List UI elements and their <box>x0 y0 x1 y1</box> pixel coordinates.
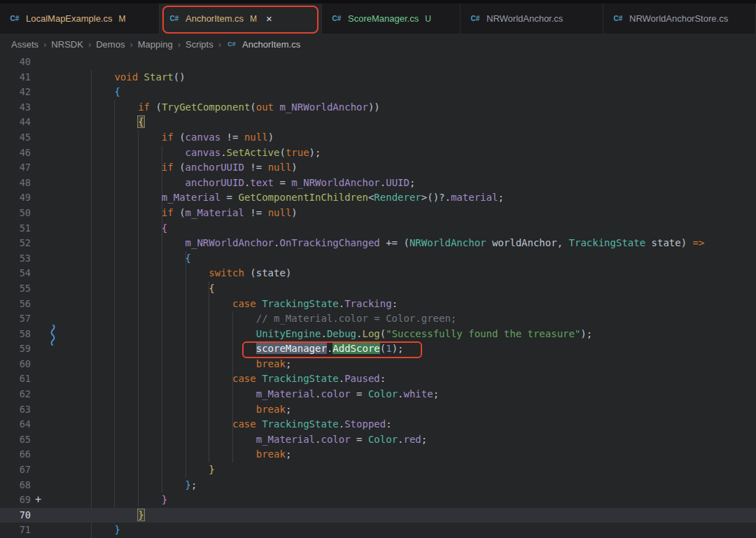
tab-scoremanager-cs[interactable]: C#ScoreManager.csU <box>322 3 461 34</box>
code-text[interactable]: } <box>67 493 167 508</box>
code-text[interactable]: scoreManager.AddScore(1); <box>67 341 403 357</box>
code-line[interactable]: 60 break; <box>0 357 756 372</box>
line-number[interactable]: 57 <box>0 311 31 327</box>
line-number[interactable]: 53 <box>0 251 31 267</box>
line-number[interactable]: 69 <box>0 493 31 508</box>
code-line[interactable]: 47 if (anchorUUID != null) <box>0 160 756 176</box>
code-line[interactable]: 51 { <box>0 221 756 236</box>
close-icon[interactable]: × <box>266 13 272 24</box>
line-number[interactable]: 43 <box>0 100 31 115</box>
code-text[interactable]: if (m_Material != null) <box>67 206 298 221</box>
line-number[interactable]: 70 <box>0 508 31 523</box>
code-text[interactable]: break; <box>67 357 291 372</box>
code-line[interactable]: 54 switch (state) <box>0 266 756 281</box>
code-line[interactable]: 63 break; <box>0 402 756 418</box>
code-line[interactable]: 49 m_Material = GetComponentInChildren<R… <box>0 190 756 206</box>
code-line[interactable]: 42 { <box>0 85 756 100</box>
code-line[interactable]: 62 m_Material.color = Color.white; <box>0 387 756 402</box>
line-number[interactable]: 67 <box>0 462 31 478</box>
breadcrumb-file[interactable]: AnchorItem.cs <box>242 39 300 50</box>
code-text[interactable]: void Start() <box>67 70 186 85</box>
line-number[interactable]: 51 <box>0 221 31 236</box>
line-number[interactable]: 41 <box>0 70 31 85</box>
code-line[interactable]: 46 canvas.SetActive(true); <box>0 146 756 161</box>
line-number[interactable]: 63 <box>0 402 31 418</box>
code-text[interactable]: case TrackingState.Paused: <box>67 371 386 387</box>
line-number[interactable]: 49 <box>0 190 31 206</box>
code-line[interactable]: 43 if (TryGetComponent(out m_NRWorldAnch… <box>0 100 756 115</box>
code-line[interactable]: 58 UnityEngine.Debug.Log("Successfully f… <box>0 327 756 342</box>
code-line[interactable]: 50 if (m_Material != null) <box>0 206 756 221</box>
tab-anchoritem-cs[interactable]: C#AnchorItem.csM× <box>160 3 322 34</box>
code-text[interactable]: // m_Material.color = Color.green; <box>67 311 456 327</box>
code-text[interactable]: } <box>67 462 215 478</box>
breadcrumb-item-demos[interactable]: Demos <box>96 39 125 50</box>
code-text[interactable]: { <box>67 115 144 130</box>
gutter-plus-icon[interactable]: + <box>35 493 41 508</box>
code-line[interactable]: 52 m_NRWorldAnchor.OnTrackingChanged += … <box>0 236 756 251</box>
code-text[interactable]: UnityEngine.Debug.Log("Successfully foun… <box>67 327 592 342</box>
line-number[interactable]: 40 <box>0 55 31 70</box>
line-number[interactable]: 59 <box>0 341 31 357</box>
breadcrumb-item-nrsdk[interactable]: NRSDK <box>51 39 83 50</box>
line-number[interactable]: 44 <box>0 115 31 130</box>
code-line[interactable]: 44 { <box>0 115 756 130</box>
line-number[interactable]: 66 <box>0 447 31 462</box>
code-text[interactable]: { <box>67 85 120 100</box>
code-text[interactable]: m_NRWorldAnchor.OnTrackingChanged += (NR… <box>67 236 704 251</box>
line-number[interactable]: 47 <box>0 160 31 176</box>
line-number[interactable]: 62 <box>0 387 31 402</box>
line-number[interactable]: 46 <box>0 146 31 161</box>
code-line[interactable]: 64 case TrackingState.Stopped: <box>0 417 756 432</box>
code-text[interactable]: if (TryGetComponent(out m_NRWorldAnchor)… <box>67 100 380 115</box>
code-text[interactable]: } <box>67 523 120 538</box>
code-text[interactable]: m_Material.color = Color.red; <box>67 432 427 448</box>
line-number[interactable]: 71 <box>0 523 31 538</box>
code-line[interactable]: 69+ } <box>0 493 756 508</box>
line-number[interactable]: 56 <box>0 297 31 312</box>
line-number[interactable]: 60 <box>0 357 31 372</box>
line-number[interactable]: 58 <box>0 327 31 342</box>
code-line[interactable]: 45 if (canvas != null) <box>0 130 756 146</box>
code-line[interactable]: 56 case TrackingState.Tracking: <box>0 297 756 312</box>
line-number[interactable]: 64 <box>0 417 31 432</box>
code-text[interactable]: m_Material = GetComponentInChildren<Rend… <box>67 190 504 206</box>
code-line[interactable]: 40 <box>0 55 756 70</box>
line-number[interactable]: 68 <box>0 478 31 493</box>
code-text[interactable]: switch (state) <box>67 266 291 281</box>
code-line[interactable]: 41 void Start() <box>0 70 756 85</box>
code-line[interactable]: 48 anchorUUID.text = m_NRWorldAnchor.UUI… <box>0 176 756 191</box>
code-text[interactable]: canvas.SetActive(true); <box>67 146 321 161</box>
code-line[interactable]: 55 { <box>0 281 756 297</box>
code-line[interactable]: 57 // m_Material.color = Color.green; <box>0 311 756 327</box>
line-number[interactable]: 48 <box>0 176 31 191</box>
line-number[interactable]: 42 <box>0 85 31 100</box>
breadcrumb-item-mapping[interactable]: Mapping <box>138 39 173 50</box>
code-text[interactable]: case TrackingState.Stopped: <box>67 417 392 432</box>
code-line[interactable]: 66 break; <box>0 447 756 462</box>
breadcrumb-item-assets[interactable]: Assets <box>11 39 38 50</box>
code-text[interactable]: break; <box>67 447 291 462</box>
code-line[interactable]: 53 { <box>0 251 756 267</box>
line-number[interactable]: 52 <box>0 236 31 251</box>
line-number[interactable]: 54 <box>0 266 31 281</box>
tab-localmapexample-cs[interactable]: C#LocalMapExample.csM <box>0 3 160 34</box>
code-text[interactable]: if (canvas != null) <box>67 130 274 146</box>
code-text[interactable]: if (anchorUUID != null) <box>67 160 298 176</box>
code-line[interactable]: 68 }; <box>0 478 756 493</box>
code-editor[interactable]: 4041 void Start()42 {43 if (TryGetCompon… <box>0 55 756 538</box>
line-number[interactable]: 55 <box>0 281 31 297</box>
code-text[interactable]: }; <box>67 478 197 493</box>
code-text[interactable]: m_Material.color = Color.white; <box>67 387 439 402</box>
line-number[interactable]: 65 <box>0 432 31 448</box>
tab-nrworldanchor-cs[interactable]: C#NRWorldAnchor.cs <box>461 3 603 34</box>
code-text[interactable]: { <box>67 221 167 236</box>
code-text[interactable]: case TrackingState.Tracking: <box>67 297 398 312</box>
tab-nrworldanchorstore-cs[interactable]: C#NRWorldAnchorStore.cs <box>603 3 756 34</box>
breadcrumb-item-scripts[interactable]: Scripts <box>186 39 214 50</box>
line-number[interactable]: 45 <box>0 130 31 146</box>
code-line[interactable]: 70 } <box>0 508 756 523</box>
code-line[interactable]: 65 m_Material.color = Color.red; <box>0 432 756 448</box>
code-text[interactable]: } <box>67 508 144 523</box>
code-text[interactable]: { <box>67 281 215 297</box>
